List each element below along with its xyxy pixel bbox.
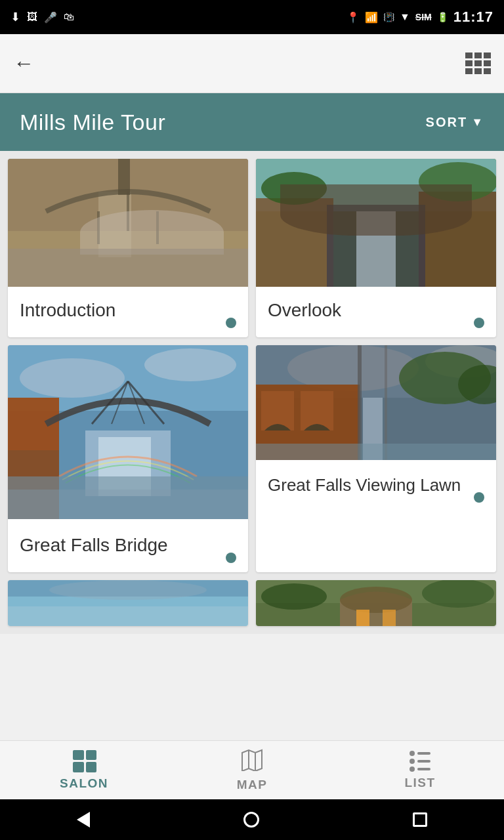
- card-title: Great Falls Bridge: [20, 535, 168, 555]
- card-introduction[interactable]: Introduction: [8, 159, 248, 337]
- status-dot: [474, 492, 484, 503]
- grid-cell: [465, 52, 472, 58]
- grid-cell: [465, 60, 472, 66]
- home-system-button[interactable]: [243, 812, 259, 828]
- location-icon: 📍: [346, 11, 360, 24]
- svg-point-53: [422, 580, 494, 608]
- card-label: Great Falls Bridge: [8, 522, 248, 572]
- svg-marker-54: [242, 750, 262, 771]
- svg-point-52: [261, 583, 327, 610]
- nav-item-salon[interactable]: SALON: [0, 741, 168, 799]
- svg-rect-29: [8, 490, 248, 519]
- status-icons-left: ⬇ 🖼 🎤 🛍: [10, 10, 74, 24]
- card-overlook[interactable]: Overlook: [256, 159, 496, 337]
- status-dot: [226, 318, 236, 328]
- card-great-falls-viewing-lawn[interactable]: Great Falls Viewing Lawn: [256, 345, 496, 572]
- card-image: [256, 345, 496, 463]
- salon-cell: [86, 750, 97, 761]
- svg-point-19: [144, 348, 236, 381]
- svg-point-18: [20, 358, 125, 398]
- card-label: Introduction: [8, 287, 248, 337]
- svg-rect-51: [383, 610, 396, 626]
- salon-cell: [86, 762, 97, 772]
- grid-cell: [474, 52, 482, 58]
- recents-system-button[interactable]: [413, 812, 427, 827]
- battery-icon: 🔋: [437, 12, 448, 22]
- bag-icon: 🛍: [64, 11, 74, 23]
- svg-rect-50: [356, 610, 369, 626]
- card-great-falls-bridge[interactable]: Great Falls Bridge: [8, 345, 248, 572]
- no-sim-icon: SIM: [415, 12, 432, 22]
- grid-view-button[interactable]: [465, 52, 491, 74]
- sort-button[interactable]: SORT ▼: [426, 115, 484, 130]
- card-5[interactable]: [8, 580, 248, 626]
- grid-cell: [484, 68, 491, 74]
- nav-label-map: MAP: [237, 778, 268, 792]
- time-display: 11:17: [453, 9, 494, 26]
- image-icon: 🖼: [27, 11, 37, 23]
- card-label: Great Falls Viewing Lawn: [256, 463, 496, 512]
- status-icons-right: 📍 📶 📳 ▼ SIM 🔋 11:17: [346, 9, 494, 26]
- svg-rect-10: [256, 198, 333, 287]
- card-grid: Introduction Overlook: [0, 151, 504, 634]
- salon-cell: [73, 762, 84, 772]
- grid-cell: [465, 68, 472, 74]
- chevron-down-icon: ▼: [471, 116, 484, 129]
- nav-label-salon: SALON: [60, 776, 108, 791]
- mic-icon: 🎤: [44, 11, 57, 24]
- list-icon: [410, 751, 430, 772]
- card-image: [256, 580, 496, 626]
- card-image: [256, 159, 496, 287]
- page-title: Mills Mile Tour: [20, 110, 165, 135]
- bluetooth-icon: 📶: [365, 11, 378, 24]
- svg-point-46: [49, 580, 207, 600]
- card-image: [8, 345, 248, 522]
- grid-cell: [484, 60, 491, 66]
- system-nav-bar: [0, 799, 504, 840]
- map-icon: [241, 749, 263, 774]
- toolbar: ←: [0, 34, 504, 93]
- header-band: Mills Mile Tour SORT ▼: [0, 93, 504, 151]
- card-image: [8, 159, 248, 287]
- nav-label-list: LIST: [404, 776, 435, 790]
- card-title: Introduction: [20, 300, 116, 320]
- svg-rect-42: [256, 444, 496, 460]
- grid-cell: [484, 52, 491, 58]
- status-dot: [474, 318, 484, 328]
- grid-cell: [474, 60, 482, 66]
- wifi-icon: ▼: [400, 11, 410, 23]
- grid-cell: [474, 68, 482, 74]
- svg-rect-7: [8, 159, 248, 287]
- sort-label: SORT: [426, 115, 468, 130]
- back-system-button[interactable]: [77, 812, 90, 828]
- vibrate-icon: 📳: [383, 12, 394, 22]
- status-dot: [226, 553, 236, 563]
- card-image: [8, 580, 248, 626]
- nav-item-list[interactable]: LIST: [336, 741, 504, 799]
- svg-rect-11: [419, 192, 496, 287]
- nav-item-map[interactable]: MAP: [168, 741, 336, 799]
- salon-cell: [73, 750, 84, 761]
- download-icon: ⬇: [10, 10, 20, 24]
- status-bar: ⬇ 🖼 🎤 🛍 📍 📶 📳 ▼ SIM 🔋 11:17: [0, 0, 504, 34]
- card-6[interactable]: [256, 580, 496, 626]
- card-title: Great Falls Viewing Lawn: [268, 475, 461, 495]
- svg-point-15: [419, 162, 496, 201]
- back-button[interactable]: ←: [13, 51, 34, 75]
- card-label: Overlook: [256, 287, 496, 337]
- card-title: Overlook: [268, 300, 341, 320]
- svg-point-49: [340, 587, 412, 613]
- svg-rect-13: [356, 211, 396, 287]
- svg-point-32: [287, 345, 419, 391]
- svg-rect-44: [8, 606, 248, 626]
- bottom-nav: SALON MAP LIST: [0, 740, 504, 799]
- svg-point-14: [261, 172, 327, 205]
- salon-icon: [73, 750, 95, 772]
